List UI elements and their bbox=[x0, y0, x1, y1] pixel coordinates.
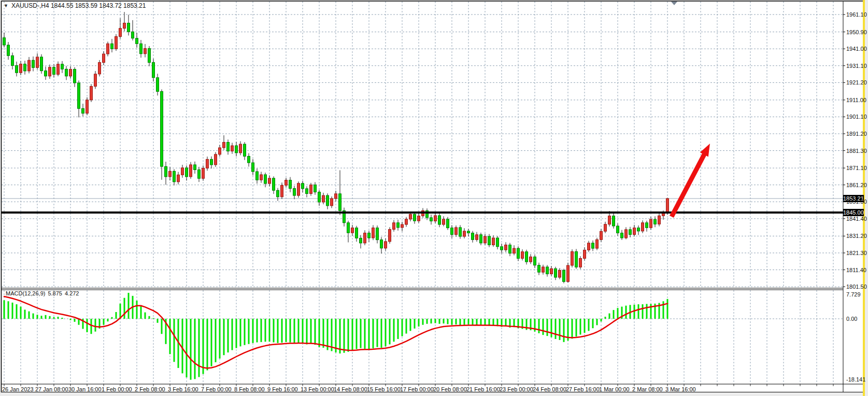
macd-histogram-bar bbox=[182, 319, 183, 373]
time-axis-label: 2 Feb 08:00 bbox=[135, 386, 165, 392]
candle-body bbox=[509, 245, 511, 253]
macd-histogram-bar bbox=[493, 319, 494, 326]
macd-histogram-bar bbox=[16, 304, 18, 319]
macd-histogram-bar bbox=[157, 319, 159, 323]
candle-body bbox=[326, 195, 329, 206]
candle-body bbox=[633, 228, 636, 235]
time-axis-label: 23 Feb 00:00 bbox=[500, 386, 533, 392]
candle-body bbox=[65, 69, 68, 76]
macd-histogram-bar bbox=[431, 319, 432, 323]
candle-body bbox=[385, 242, 387, 248]
macd-histogram-bar bbox=[443, 319, 445, 323]
macd-histogram-bar bbox=[153, 318, 154, 319]
macd-histogram-bar bbox=[667, 299, 668, 319]
macd-axis-max: 7.729 bbox=[846, 291, 861, 298]
macd-histogram-bar bbox=[555, 319, 557, 339]
candle-body bbox=[414, 214, 416, 221]
macd-histogram-bar bbox=[422, 319, 424, 325]
macd-histogram-bar bbox=[223, 319, 225, 355]
candle-body bbox=[273, 178, 275, 190]
time-axis-label: 26 Jan 2023 bbox=[2, 386, 34, 392]
macd-histogram-bar bbox=[277, 319, 279, 343]
price-tick-label: 1881.30 bbox=[846, 148, 867, 154]
candle-body bbox=[368, 233, 371, 238]
macd-histogram-bar bbox=[207, 319, 208, 370]
candle-body bbox=[82, 108, 84, 113]
macd-histogram-bar bbox=[406, 319, 407, 334]
candle-body bbox=[223, 142, 225, 148]
candle-body bbox=[642, 223, 644, 231]
macd-histogram-bar bbox=[418, 319, 420, 327]
candle-body bbox=[239, 144, 242, 153]
macd-histogram-bar bbox=[37, 315, 38, 319]
candle-body bbox=[418, 216, 420, 221]
macd-histogram-bar bbox=[306, 319, 308, 344]
macd-histogram-bar bbox=[219, 319, 221, 359]
macd-histogram-bar bbox=[261, 319, 262, 342]
candle-body bbox=[161, 91, 163, 166]
candle-body bbox=[235, 146, 238, 153]
candle-body bbox=[443, 219, 445, 224]
horizontal-line-1845[interactable] bbox=[2, 211, 843, 214]
candle-body bbox=[625, 230, 628, 238]
candle-body bbox=[7, 45, 10, 55]
candle-body bbox=[78, 83, 80, 108]
macd-histogram-bar bbox=[95, 319, 96, 332]
price-tick-label: 1801.50 bbox=[846, 284, 867, 290]
price-tick-label: 1861.20 bbox=[846, 182, 867, 188]
candle-body bbox=[472, 233, 474, 239]
candle-body bbox=[61, 64, 64, 69]
macd-histogram-bar bbox=[368, 319, 370, 349]
candle-body bbox=[517, 248, 520, 258]
macd-histogram-bar bbox=[29, 312, 30, 319]
candle-body bbox=[293, 189, 296, 195]
price-tick-label: 1891.20 bbox=[846, 131, 867, 137]
macd-histogram-bar bbox=[472, 319, 474, 325]
price-chart-canvas[interactable] bbox=[0, 0, 868, 396]
time-axis-label: 24 Feb 08:00 bbox=[533, 386, 566, 392]
macd-histogram-bar bbox=[53, 317, 55, 319]
candle-body bbox=[103, 54, 105, 62]
candle-body bbox=[550, 268, 553, 274]
candle-body bbox=[467, 231, 470, 233]
macd-histogram-bar bbox=[140, 306, 142, 319]
macd-histogram-bar bbox=[543, 319, 544, 335]
candle-body bbox=[521, 252, 524, 259]
macd-histogram-bar bbox=[456, 319, 457, 324]
time-axis-label: 9 Feb 16:00 bbox=[267, 386, 298, 392]
macd-histogram-bar bbox=[227, 319, 229, 352]
candle-body bbox=[393, 223, 395, 230]
macd-histogram-bar bbox=[468, 319, 469, 324]
candle-body bbox=[559, 271, 561, 277]
candle-body bbox=[90, 87, 93, 100]
macd-histogram-bar bbox=[373, 319, 374, 348]
time-axis-label: 17 Feb 00:00 bbox=[400, 386, 434, 392]
candle-body bbox=[107, 44, 109, 54]
candle-body bbox=[297, 183, 300, 195]
candle-body bbox=[260, 175, 263, 180]
macd-histogram-bar bbox=[257, 319, 258, 343]
macd-histogram-bar bbox=[265, 319, 266, 342]
macd-histogram-bar bbox=[319, 319, 320, 347]
macd-histogram-bar bbox=[596, 319, 598, 325]
candle-body bbox=[530, 257, 532, 262]
candle-body bbox=[455, 228, 458, 234]
macd-histogram-bar bbox=[426, 319, 428, 324]
price-tick-label: 1911.00 bbox=[846, 97, 866, 103]
macd-histogram-bar bbox=[625, 306, 627, 319]
candle-body bbox=[654, 219, 657, 224]
macd-histogram-bar bbox=[211, 319, 212, 366]
candle-body bbox=[165, 166, 167, 177]
candle-body bbox=[98, 62, 101, 74]
macd-histogram-bar bbox=[638, 304, 639, 319]
candle-body bbox=[588, 243, 590, 250]
macd-histogram-bar bbox=[62, 318, 63, 319]
macd-histogram-bar bbox=[410, 319, 411, 331]
candle-body bbox=[608, 216, 611, 224]
macd-histogram-bar bbox=[244, 319, 246, 345]
candle-body bbox=[24, 64, 26, 70]
symbol-dropdown-icon[interactable]: ▼ bbox=[4, 3, 8, 8]
time-axis-label: 13 Feb 00:00 bbox=[301, 386, 334, 392]
candle-body bbox=[302, 183, 304, 189]
macd-histogram-bar bbox=[646, 304, 648, 319]
